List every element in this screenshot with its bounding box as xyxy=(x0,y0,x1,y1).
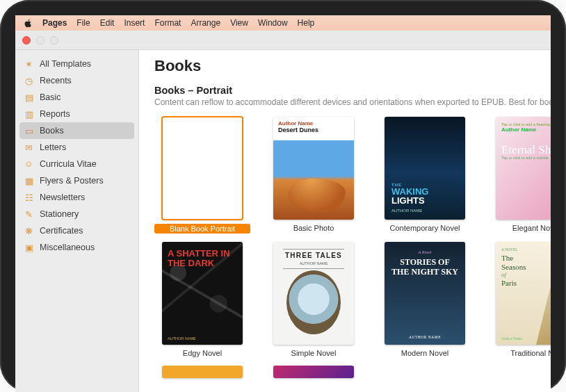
sidebar-item-books[interactable]: ▭Books xyxy=(19,122,134,139)
sidebar-item-stationery[interactable]: ✎Stationery xyxy=(15,206,138,222)
menu-insert[interactable]: Insert xyxy=(124,18,145,28)
cover-title: Seasons xyxy=(501,263,526,271)
sidebar-item-label: Reports xyxy=(40,109,70,119)
menu-format[interactable]: Format xyxy=(154,18,181,28)
cover-pretitle: A NOVEL xyxy=(501,247,551,252)
template-edgy-novel[interactable]: A SHATTER IN THE DARK AUTHOR NAME Edgy N… xyxy=(154,242,250,357)
sidebar-item-misc[interactable]: ▣Miscellaneous xyxy=(15,239,138,256)
envelope-icon: ✉ xyxy=(24,142,34,153)
cover-the: The xyxy=(501,254,513,262)
sidebar-item-recents[interactable]: ◷Recents xyxy=(15,72,138,89)
template-modern-novel[interactable]: A Novel STORIES OF THE NIGHT SKY AUTHOR … xyxy=(377,242,473,357)
apple-menu-icon[interactable] xyxy=(24,19,33,28)
sidebar-item-letters[interactable]: ✉Letters xyxy=(15,139,138,156)
template-cover xyxy=(162,117,243,220)
screen: Pages File Edit Insert Format Arrange Vi… xyxy=(15,15,551,392)
cover-author: Author Name xyxy=(501,336,522,341)
template-elegant-novel[interactable]: Tap or click to add a heading Author Nam… xyxy=(488,117,551,234)
cover-pretitle: A Novel xyxy=(391,250,458,254)
template-chooser-window: ✶All Templates ◷Recents ▤Basic ▥Reports … xyxy=(15,31,551,392)
cover-title: Eternal Shine xyxy=(501,144,551,156)
star-icon: ✶ xyxy=(24,59,34,70)
menu-window[interactable]: Window xyxy=(258,18,288,28)
menubar: Pages File Edit Insert Format Arrange Vi… xyxy=(15,15,551,31)
menu-help[interactable]: Help xyxy=(298,18,315,28)
device-frame: Pages File Edit Insert Format Arrange Vi… xyxy=(0,0,566,392)
cover-author: Author Name xyxy=(278,120,313,126)
template-caption: Blank Book Portrait xyxy=(154,224,250,234)
cover-author: AUTHOR NAME xyxy=(277,261,350,266)
cover-title-line2: LIGHTS xyxy=(391,195,425,206)
sidebar-item-cv[interactable]: ☺Curricula Vitae xyxy=(15,156,138,172)
sidebar-item-label: Books xyxy=(40,126,64,136)
sidebar-item-flyers[interactable]: ▦Flyers & Posters xyxy=(15,172,138,189)
template-cover: THREE TALES AUTHOR NAME xyxy=(273,242,354,345)
template-cover xyxy=(273,366,354,378)
template-caption: Simple Novel xyxy=(266,349,362,357)
sidebar-item-basic[interactable]: ▤Basic xyxy=(15,89,138,106)
template-simple-novel[interactable]: THREE TALES AUTHOR NAME Simple Novel xyxy=(266,242,362,357)
chart-icon: ▥ xyxy=(24,109,34,120)
sidebar-item-all-templates[interactable]: ✶All Templates xyxy=(15,56,138,72)
sidebar-item-label: Flyers & Posters xyxy=(40,176,104,186)
menu-view[interactable]: View xyxy=(230,18,248,28)
doc-icon: ▤ xyxy=(24,92,34,103)
template-cover: A NOVEL TheSeasonsofParis Author Name xyxy=(496,242,551,345)
clock-icon: ◷ xyxy=(24,76,34,86)
sidebar: ✶All Templates ◷Recents ▤Basic ▥Reports … xyxy=(15,31,139,392)
window-titlebar xyxy=(15,31,551,50)
news-icon: ☷ xyxy=(24,193,34,203)
cover-author: Author Name xyxy=(501,126,551,133)
template-caption: Basic Photo xyxy=(266,224,362,232)
sidebar-item-label: Recents xyxy=(40,76,72,85)
sidebar-item-label: Certificates xyxy=(40,226,83,236)
template-cover: Tap or click to add a heading Author Nam… xyxy=(496,117,551,220)
person-icon: ☺ xyxy=(24,159,34,170)
sidebar-item-label: All Templates xyxy=(40,59,91,69)
sidebar-item-label: Stationery xyxy=(40,209,79,219)
cover-place: Paris xyxy=(501,279,517,287)
sidebar-item-certificates[interactable]: ❋Certificates xyxy=(15,222,138,239)
template-cover: A Novel STORIES OF THE NIGHT SKY AUTHOR … xyxy=(385,242,465,345)
sidebar-item-label: Curricula Vitae xyxy=(40,159,97,169)
cover-image xyxy=(286,270,341,334)
menu-edit[interactable]: Edit xyxy=(100,18,115,28)
ribbon-icon: ❋ xyxy=(24,226,34,236)
cover-title: Desert Dunes xyxy=(278,126,318,133)
template-contemporary-novel[interactable]: THE WAKINGLIGHTS AUTHOR NAME Contemporar… xyxy=(377,117,473,234)
minimize-window-button[interactable] xyxy=(36,36,45,44)
sidebar-item-label: Miscellaneous xyxy=(40,243,95,252)
close-window-button[interactable] xyxy=(22,36,31,44)
menu-arrange[interactable]: Arrange xyxy=(191,18,220,28)
grid-icon: ▣ xyxy=(24,243,34,253)
template-cover: Author NameDesert Dunes xyxy=(273,117,354,220)
cover-of: of xyxy=(501,271,526,278)
menu-file[interactable]: File xyxy=(76,18,90,28)
template-blank-book-portrait[interactable]: Blank Book Portrait xyxy=(154,117,250,234)
sidebar-item-newsletters[interactable]: ☷Newsletters xyxy=(15,189,138,206)
sidebar-item-label: Newsletters xyxy=(40,193,85,202)
template-grid: Blank Book Portrait Author NameDesert Du… xyxy=(154,117,551,378)
cover-title: A SHATTER IN THE DARK xyxy=(168,249,237,268)
cover-subtitle: Tap or click to add a subtitle xyxy=(501,156,551,160)
sidebar-item-reports[interactable]: ▥Reports xyxy=(15,106,138,122)
template-basic-photo[interactable]: Author NameDesert Dunes Basic Photo xyxy=(266,117,362,234)
cover-author: AUTHOR NAME xyxy=(391,209,458,213)
template-caption: Modern Novel xyxy=(377,349,473,357)
template-caption: Contemporary Novel xyxy=(377,224,473,232)
section-title: Books – Portrait xyxy=(154,85,551,96)
template-peek[interactable] xyxy=(154,366,250,378)
template-caption: Edgy Novel xyxy=(154,349,250,357)
template-traditional-novel[interactable]: A NOVEL TheSeasonsofParis Author Name Tr… xyxy=(488,242,551,357)
cover-author: AUTHOR NAME xyxy=(385,335,465,339)
template-caption: Traditional Nov xyxy=(488,349,551,357)
sidebar-item-label: Letters xyxy=(40,142,66,152)
sidebar-item-label: Basic xyxy=(40,92,61,102)
app-name[interactable]: Pages xyxy=(42,18,67,28)
zoom-window-button[interactable] xyxy=(50,36,58,44)
page-title: Books xyxy=(154,57,551,75)
pen-icon: ✎ xyxy=(24,209,34,220)
section-subtitle: Content can reflow to accommodate differ… xyxy=(154,97,551,107)
template-peek[interactable] xyxy=(266,366,362,378)
cover-title: THREE TALES xyxy=(277,252,350,259)
